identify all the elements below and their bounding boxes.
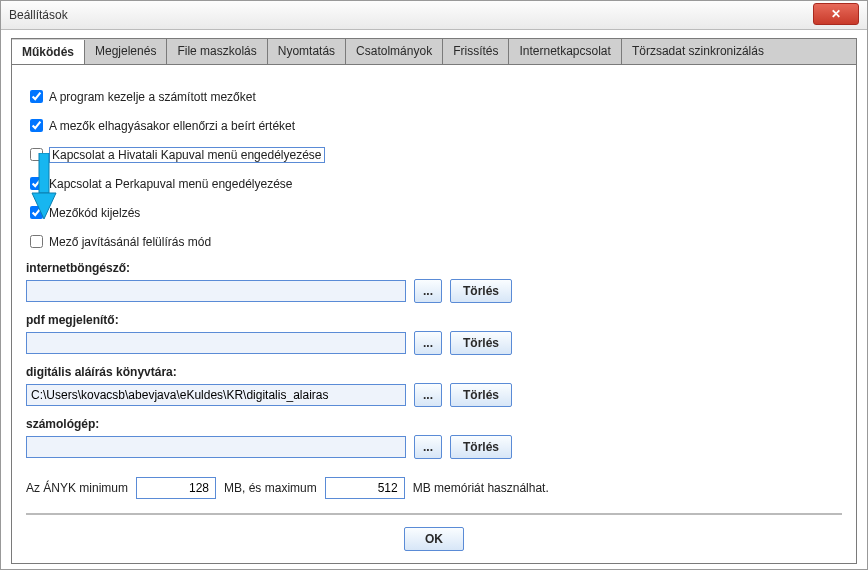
label-calc: számológép:: [26, 417, 842, 431]
check-row-perkapu: Kapcsolat a Perkapuval menü engedélyezés…: [26, 174, 842, 193]
input-mem-max[interactable]: [325, 477, 405, 499]
window-body: Működés Megjelenés File maszkolás Nyomta…: [1, 30, 867, 570]
dialog-footer: OK: [26, 513, 842, 551]
check-mezokod[interactable]: [30, 206, 43, 219]
check-label: A mezők elhagyásakor ellenőrzi a beírt é…: [49, 119, 295, 133]
row-browser: ... Törlés: [26, 279, 842, 303]
check-row-hivatali: Kapcsolat a Hivatali Kapuval menü engedé…: [26, 145, 842, 164]
check-label: A program kezelje a számított mezőket: [49, 90, 256, 104]
mem-prefix: Az ÁNYK minimum: [26, 481, 128, 495]
close-button[interactable]: ✕: [813, 3, 859, 25]
delete-browser-button[interactable]: Törlés: [450, 279, 512, 303]
check-perkapu[interactable]: [30, 177, 43, 190]
input-calc[interactable]: [26, 436, 406, 458]
check-row-felul: Mező javításánál felülírás mód: [26, 232, 842, 251]
browse-browser-button[interactable]: ...: [414, 279, 442, 303]
delete-signature-button[interactable]: Törlés: [450, 383, 512, 407]
row-pdf: ... Törlés: [26, 331, 842, 355]
label-browser: internetböngésző:: [26, 261, 842, 275]
delete-pdf-button[interactable]: Törlés: [450, 331, 512, 355]
delete-calc-button[interactable]: Törlés: [450, 435, 512, 459]
tab-internet[interactable]: Internetkapcsolat: [509, 39, 621, 64]
check-row-mezokod: Mezőkód kijelzés: [26, 203, 842, 222]
browse-signature-button[interactable]: ...: [414, 383, 442, 407]
check-hivatali[interactable]: [30, 148, 43, 161]
tab-nyomtatas[interactable]: Nyomtatás: [268, 39, 346, 64]
tab-torzsadat[interactable]: Törzsadat szinkronizálás: [622, 39, 774, 64]
input-signature[interactable]: [26, 384, 406, 406]
tab-megjelenes[interactable]: Megjelenés: [85, 39, 167, 64]
memory-row: Az ÁNYK minimum MB, és maximum MB memóri…: [26, 477, 842, 499]
settings-window: Beállítások ✕ Működés Megjelenés File ma…: [0, 0, 868, 570]
titlebar: Beállítások ✕: [1, 1, 867, 30]
tab-strip: Működés Megjelenés File maszkolás Nyomta…: [11, 38, 857, 64]
tab-frissites[interactable]: Frissítés: [443, 39, 509, 64]
input-pdf[interactable]: [26, 332, 406, 354]
check-row-ellenorzi: A mezők elhagyásakor ellenőrzi a beírt é…: [26, 116, 842, 135]
row-calc: ... Törlés: [26, 435, 842, 459]
window-title: Beállítások: [9, 8, 68, 22]
tab-filemask[interactable]: File maszkolás: [167, 39, 267, 64]
check-label: Kapcsolat a Perkapuval menü engedélyezés…: [49, 177, 293, 191]
tab-csatolmanyok[interactable]: Csatolmányok: [346, 39, 443, 64]
tab-panel-mukodes: A program kezelje a számított mezőket A …: [11, 64, 857, 564]
browse-calc-button[interactable]: ...: [414, 435, 442, 459]
check-szamitott[interactable]: [30, 90, 43, 103]
check-label: Mezőkód kijelzés: [49, 206, 140, 220]
check-label: Mező javításánál felülírás mód: [49, 235, 211, 249]
input-mem-min[interactable]: [136, 477, 216, 499]
check-ellenorzi[interactable]: [30, 119, 43, 132]
tab-mukodes[interactable]: Működés: [12, 40, 85, 65]
mem-suffix: MB memóriát használhat.: [413, 481, 549, 495]
row-signature: ... Törlés: [26, 383, 842, 407]
close-icon: ✕: [831, 7, 841, 21]
label-pdf: pdf megjelenítő:: [26, 313, 842, 327]
ok-button[interactable]: OK: [404, 527, 464, 551]
check-felul[interactable]: [30, 235, 43, 248]
input-browser[interactable]: [26, 280, 406, 302]
label-signature: digitális aláírás könyvtára:: [26, 365, 842, 379]
mem-middle: MB, és maximum: [224, 481, 317, 495]
check-label: Kapcsolat a Hivatali Kapuval menü engedé…: [49, 147, 325, 163]
browse-pdf-button[interactable]: ...: [414, 331, 442, 355]
check-row-szamitott: A program kezelje a számított mezőket: [26, 87, 842, 106]
